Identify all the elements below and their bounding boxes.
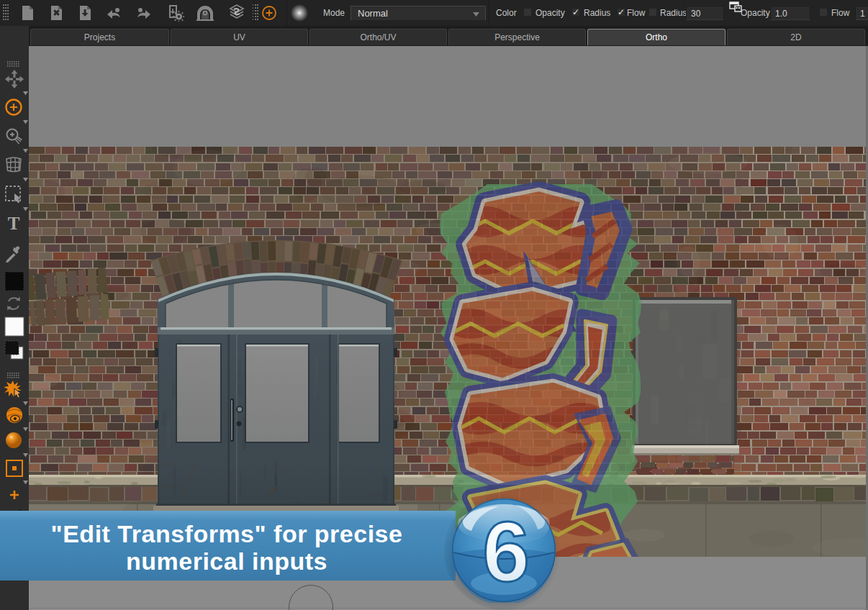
svg-text:T: T (8, 214, 20, 232)
svg-text:6: 6 (482, 504, 530, 599)
